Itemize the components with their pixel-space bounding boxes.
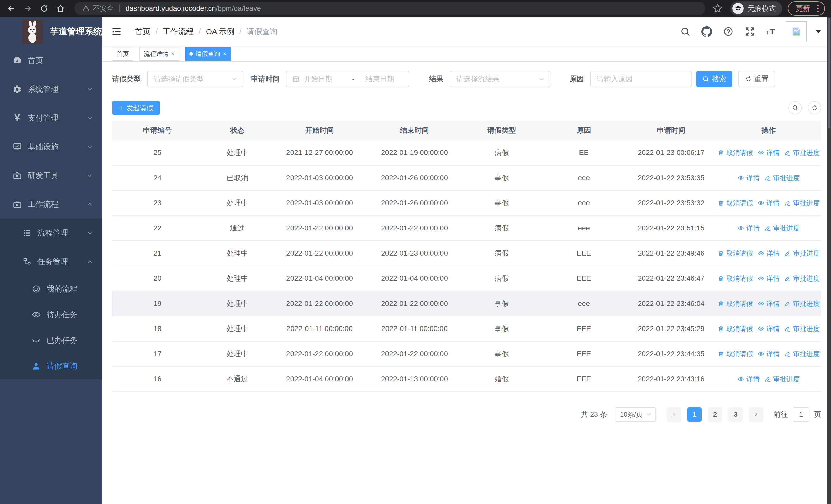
sidebar-item-payment-management[interactable]: ¥支付管理 [0,104,102,132]
cancel-leave-link[interactable]: 取消请假 [718,249,753,258]
leave-type-select[interactable]: 请选择请假类型 [147,71,243,87]
page-button-1[interactable]: 1 [687,407,701,422]
progress-link[interactable]: 审批进度 [784,249,820,258]
detail-link[interactable]: 详情 [757,274,780,283]
cancel-leave-link[interactable]: 取消请假 [718,324,753,333]
browser-menu-icon[interactable] [815,5,821,12]
progress-link[interactable]: 审批进度 [784,148,820,157]
cell-leave-type: 事假 [462,165,542,190]
action-label: 审批进度 [773,224,800,233]
tab-leave-query[interactable]: 请假查询× [185,47,231,61]
avatar[interactable] [786,21,807,42]
action-label: 审批进度 [793,324,820,333]
browser-forward-button[interactable] [22,2,34,14]
progress-link[interactable]: 审批进度 [784,324,820,333]
sidebar-item-task-management[interactable]: 任务管理 [0,247,102,276]
breadcrumb-item[interactable]: OA 示例 [206,26,234,37]
breadcrumb-item[interactable]: 首页 [135,26,150,37]
detail-link[interactable]: 详情 [738,375,760,384]
sidebar-item-label: 支付管理 [28,113,58,123]
result-select[interactable]: 请选择流结果 [450,71,550,87]
progress-link[interactable]: 审批进度 [764,375,800,384]
github-icon[interactable] [701,26,712,37]
breadcrumb-item[interactable]: 工作流程 [163,26,194,37]
cell-status: 处理中 [203,190,272,215]
action-label: 取消请假 [726,350,753,358]
page-scrollbar[interactable] [827,17,831,504]
sidebar-item-system-management[interactable]: 系统管理 [0,75,102,104]
search-icon [702,76,709,83]
header-search-icon[interactable] [680,26,691,37]
tab-close-icon[interactable]: × [171,50,174,58]
create-leave-button[interactable]: + 发起请假 [112,100,160,115]
sidebar-item-home[interactable]: 首页 [0,46,102,75]
progress-link[interactable]: 审批进度 [784,274,820,283]
progress-link[interactable]: 审批进度 [764,174,800,182]
cell-end-time: 2022-01-26 00:00:00 [367,165,462,190]
refresh-table-icon[interactable] [808,101,821,114]
goto-page-input[interactable] [793,408,809,421]
app-logo[interactable]: 芋道管理系统 [0,17,102,46]
cancel-leave-link[interactable]: 取消请假 [718,299,753,308]
sidebar-item-todo-tasks[interactable]: 待办任务 [0,302,102,327]
action-label: 审批进度 [793,274,820,283]
reason-label: 原因 [570,74,584,84]
detail-link[interactable]: 详情 [757,350,780,358]
sidebar-item-leave-query[interactable]: 请假查询 [0,353,102,379]
detail-link[interactable]: 详情 [757,324,780,333]
help-icon[interactable] [723,26,734,37]
prev-page-button[interactable] [667,407,681,422]
browser-home-button[interactable] [54,2,67,14]
detail-link[interactable]: 详情 [757,199,780,208]
search-button[interactable]: 搜索 [696,71,732,87]
reason-input[interactable] [597,75,685,83]
browser-back-button[interactable] [5,2,18,14]
detail-link[interactable]: 详情 [738,224,760,233]
table-header-row: 申请编号状态开始时间结束时间请假类型原因申请时间操作 [112,121,821,140]
incognito-label: 无痕模式 [748,4,776,13]
progress-link[interactable]: 审批进度 [784,199,820,208]
cancel-leave-link[interactable]: 取消请假 [718,199,753,208]
font-size-icon[interactable]: TT [766,27,775,36]
detail-link[interactable]: 详情 [738,174,760,182]
cell-apply-id: 25 [112,140,203,165]
sidebar-item-process-management[interactable]: 流程管理 [0,219,102,247]
sidebar-fold-icon[interactable] [111,26,122,37]
next-page-button[interactable] [749,407,763,422]
progress-link[interactable]: 审批进度 [784,350,820,358]
cancel-leave-link[interactable]: 取消请假 [718,350,753,358]
sidebar-item-workflow[interactable]: 工作流程 [0,190,102,219]
bookmark-star-icon[interactable] [712,3,723,14]
detail-link[interactable]: 详情 [757,249,780,258]
progress-link[interactable]: 审批进度 [764,224,800,233]
detail-link[interactable]: 详情 [757,299,780,308]
toggle-search-icon[interactable] [789,101,802,114]
avatar-caret-down-icon[interactable] [815,30,821,33]
tab-close-icon[interactable]: × [223,50,226,58]
column-header: 申请时间 [626,121,716,140]
browser-reload-button[interactable] [38,2,50,14]
cancel-leave-link[interactable]: 取消请假 [718,148,753,157]
address-bar[interactable]: 不安全 dashboard.yudao.iocoder.cn/bpm/oa/le… [75,2,705,15]
page-size-select[interactable]: 10条/页 [615,407,656,422]
cancel-leave-link[interactable]: 取消请假 [718,274,753,283]
page-button-2[interactable]: 2 [708,407,722,422]
fullscreen-icon[interactable] [745,26,755,37]
progress-link[interactable]: 审批进度 [784,299,820,308]
cell-apply-id: 22 [112,215,203,241]
eye-view-icon [738,175,744,181]
detail-link[interactable]: 详情 [757,148,780,157]
cell-apply-id: 19 [112,291,203,316]
page-button-3[interactable]: 3 [728,407,743,422]
scrollbar-thumb[interactable] [828,18,830,128]
tab-process-detail[interactable]: 流程详情× [139,47,179,61]
apply-time-range-picker[interactable]: 开始日期 - 结束日期 [286,71,409,87]
sidebar-item-done-tasks[interactable]: 已办任务 [0,327,102,353]
cell-apply-id: 17 [112,341,203,366]
sidebar-item-infrastructure[interactable]: 基础设施 [0,132,102,161]
browser-update-button[interactable]: 更新 [788,1,825,16]
reset-button[interactable]: 重置 [738,71,775,87]
sidebar-item-my-processes[interactable]: 我的流程 [0,276,102,302]
tab-home[interactable]: 首页 [112,47,133,61]
sidebar-item-dev-tools[interactable]: 研发工具 [0,161,102,190]
